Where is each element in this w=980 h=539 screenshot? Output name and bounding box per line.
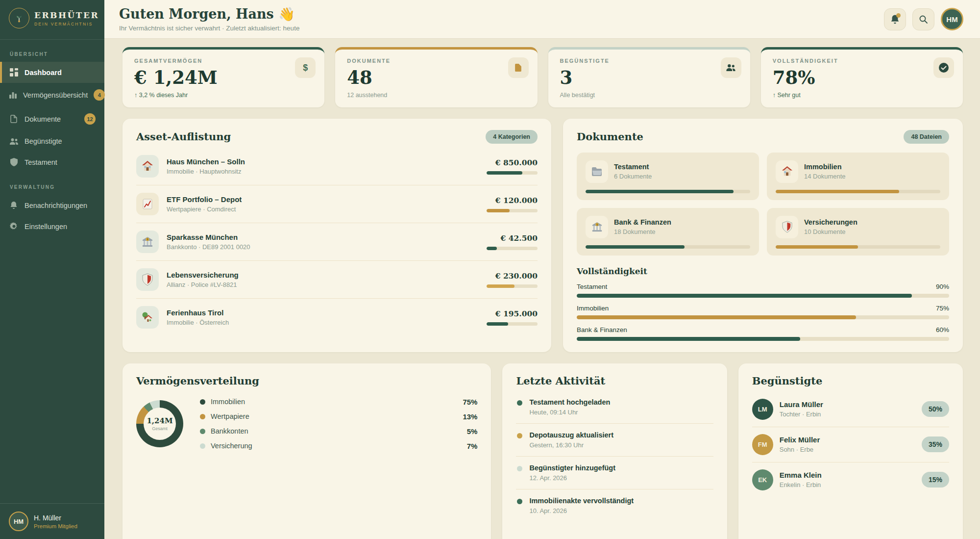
page-subtitle: Ihr Vermächtnis ist sicher verwahrt · Zu… bbox=[119, 25, 299, 32]
house-icon bbox=[136, 155, 159, 178]
asset-row-sparkasse[interactable]: $ Sparkasse München Bankkonto · DE89 200… bbox=[136, 223, 538, 261]
shield-icon bbox=[776, 216, 798, 238]
asset-subtitle: Immobilie · Hauptwohnsitz bbox=[167, 168, 245, 175]
activity-time: 12. Apr. 2026 bbox=[529, 474, 615, 482]
check-circle-icon bbox=[933, 57, 954, 78]
sidebar-item-einstellungen[interactable]: Einstellungen bbox=[0, 216, 104, 237]
activity-title: Immobilienakte vervollständigt bbox=[529, 497, 634, 505]
spacer bbox=[0, 237, 104, 503]
bell-icon bbox=[9, 201, 19, 209]
sidebar-user-card[interactable]: HM H. Müller Premium Mitglied bbox=[0, 503, 104, 539]
asset-amount: € 850.000 bbox=[487, 158, 538, 167]
asset-amount: € 230.000 bbox=[487, 271, 538, 281]
user-name: H. Müller bbox=[34, 514, 77, 522]
beneficiary-relation: Sohn · Erbe bbox=[780, 446, 820, 453]
middle-row: Asset-Auflistung 4 Kategorien Haus Münch… bbox=[122, 119, 963, 352]
sidebar-item-benachrichtigungen[interactable]: Benachrichtigungen bbox=[0, 195, 104, 216]
completeness-bar bbox=[577, 315, 949, 319]
card-title: Asset-Auflistung bbox=[136, 130, 231, 143]
asset-subtitle: Immobilie · Österreich bbox=[167, 319, 229, 326]
asset-row-haus-muenchen[interactable]: Haus München – Solln Immobilie · Hauptwo… bbox=[136, 148, 538, 185]
stat-value: € 1,24M bbox=[134, 68, 313, 87]
donut-center-value: 1,24M bbox=[147, 416, 172, 425]
beneficiary-relation: Enkelin · Erbin bbox=[780, 481, 822, 488]
sidebar-item-vermoegensuebersicht[interactable]: Vermögensübersicht 4 bbox=[0, 83, 104, 107]
donut-chart: 1,24M Gesamt bbox=[136, 400, 183, 447]
asset-progress bbox=[487, 247, 538, 250]
avatar: HM bbox=[9, 512, 28, 531]
activity-time: 10. Apr. 2026 bbox=[529, 507, 634, 514]
donut-legend: Immobilien 75% Wertpapiere 13% Bankkonte… bbox=[200, 398, 477, 450]
sidebar-item-dokumente[interactable]: Dokumente 12 bbox=[0, 107, 104, 131]
activity-item: Depotauszug aktualisiert Gestern, 16:30 … bbox=[516, 424, 713, 457]
doc-tile-testament[interactable]: Testament 6 Dokumente bbox=[577, 153, 759, 200]
stat-sub: 12 ausstehend bbox=[347, 92, 525, 99]
bottom-row: Vermögensverteilung 1,24M Gesamt Immobil… bbox=[122, 363, 963, 539]
stat-label: DOKUMENTE bbox=[347, 58, 525, 64]
doc-tile-title: Immobilien bbox=[804, 163, 846, 171]
asset-subtitle: Wertpapiere · Comdirect bbox=[167, 205, 242, 213]
asset-progress bbox=[487, 322, 538, 326]
dashboard-icon bbox=[9, 68, 19, 77]
legend-value: 5% bbox=[467, 427, 478, 436]
stat-label: VOLLSTÄNDIGKEIT bbox=[773, 58, 951, 64]
stat-sub: Alle bestätigt bbox=[560, 92, 738, 99]
beneficiary-row-laura[interactable]: LM Laura Müller Tochter · Erbin 50% bbox=[752, 392, 949, 427]
sidebar-item-label: Benachrichtigungen bbox=[24, 202, 87, 209]
completeness-row: Immobilien 75% bbox=[577, 305, 949, 319]
doc-tile-progress bbox=[586, 190, 750, 193]
activity-title: Depotauszug aktualisiert bbox=[529, 431, 613, 439]
nav-badge: 12 bbox=[84, 113, 96, 125]
avatar: LM bbox=[752, 399, 773, 420]
beneficiary-relation: Tochter · Erbin bbox=[780, 411, 823, 418]
sidebar-item-dashboard[interactable]: Dashboard bbox=[0, 62, 104, 83]
activity-item: Begünstigter hinzugefügt 12. Apr. 2026 bbox=[516, 457, 713, 489]
asset-row-ferienhaus[interactable]: Ferienhaus Tirol Immobilie · Österreich … bbox=[136, 299, 538, 332]
asset-list-card: Asset-Auflistung 4 Kategorien Haus Münch… bbox=[122, 119, 551, 352]
stat-label: BEGÜNSTIGTE bbox=[560, 58, 738, 64]
doc-tile-count: 6 Dokumente bbox=[614, 173, 652, 180]
sidebar-item-beguenstigte[interactable]: Begünstigte bbox=[0, 131, 104, 152]
header-avatar[interactable]: HM bbox=[941, 8, 963, 30]
doc-tile-immobilien[interactable]: Immobilien 14 Dokumente bbox=[767, 153, 949, 200]
section-label-verwaltung: VERWALTUNG bbox=[0, 173, 104, 195]
beneficiary-row-emma[interactable]: EK Emma Klein Enkelin · Erbin 15% bbox=[752, 462, 949, 497]
notifications-button[interactable] bbox=[884, 8, 906, 30]
documents-card: Dokumente 48 Dateien Testament 6 Dokumen… bbox=[563, 119, 963, 352]
seedling-logo-icon bbox=[9, 8, 29, 28]
donut-center-label: Gesamt bbox=[152, 426, 168, 431]
legend-value: 13% bbox=[463, 412, 477, 421]
asset-amount: € 120.000 bbox=[487, 196, 538, 205]
sidebar-item-label: Testament bbox=[24, 158, 57, 166]
sidebar-item-testament[interactable]: Testament bbox=[0, 152, 104, 173]
bank-icon: $ bbox=[136, 231, 159, 253]
asset-row-lebensversicherung[interactable]: Lebensversicherung Allianz · Police #LV-… bbox=[136, 261, 538, 299]
asset-row-etf-portfolio[interactable]: ETF Portfolio – Depot Wertpapiere · Comd… bbox=[136, 185, 538, 223]
sidebar: ERBHÜTER DEIN VERMÄCHTNIS ÜBERSICHT Dash… bbox=[0, 0, 104, 539]
legend-label: Bankkonten bbox=[211, 427, 248, 435]
people-icon bbox=[721, 57, 741, 78]
doc-tile-bank-finanzen[interactable]: $ Bank & Finanzen 18 Dokumente bbox=[577, 208, 759, 256]
search-button[interactable] bbox=[912, 8, 934, 30]
page-title: Guten Morgen, Hans 👋 bbox=[119, 6, 299, 22]
completeness-pct: 90% bbox=[936, 283, 949, 290]
beneficiary-row-felix[interactable]: FM Felix Müller Sohn · Erbe 35% bbox=[752, 427, 949, 462]
doc-tile-versicherungen[interactable]: Versicherungen 10 Dokumente bbox=[767, 208, 949, 256]
activity-item: Testament hochgeladen Heute, 09:14 Uhr bbox=[516, 391, 713, 424]
doc-tile-title: Testament bbox=[614, 163, 652, 171]
completeness-row: Bank & Finanzen 60% bbox=[577, 326, 949, 341]
stat-card-gesamtvermoegen: GESAMTVERMÖGEN € 1,24M ↑ 3,2 % dieses Ja… bbox=[122, 47, 324, 107]
legend-row: Versicherung 7% bbox=[200, 442, 477, 450]
main-area: Guten Morgen, Hans 👋 Ihr Vermächtnis ist… bbox=[104, 0, 980, 539]
stat-label: GESAMTVERMÖGEN bbox=[134, 58, 313, 64]
sidebar-item-label: Vermögensübersicht bbox=[23, 91, 88, 99]
activity-dot bbox=[517, 400, 522, 406]
stat-value: 78% bbox=[773, 68, 951, 87]
files-badge: 48 Dateien bbox=[904, 130, 949, 144]
sidebar-item-label: Begünstigte bbox=[24, 137, 62, 145]
legend-dot bbox=[200, 429, 205, 434]
activity-title: Testament hochgeladen bbox=[529, 398, 610, 406]
completeness-bar bbox=[577, 294, 949, 298]
asset-progress bbox=[487, 284, 538, 288]
asset-progress bbox=[487, 171, 538, 175]
